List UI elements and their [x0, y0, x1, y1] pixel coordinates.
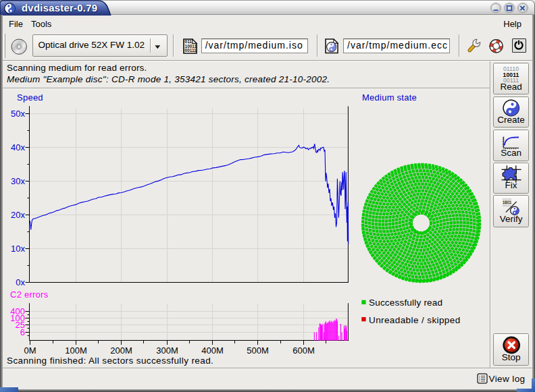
svg-text:100M: 100M: [65, 345, 87, 356]
svg-text:10x: 10x: [11, 244, 25, 254]
svg-text:30x: 30x: [11, 176, 25, 186]
svg-text:00111: 00111: [503, 204, 511, 207]
svg-text:400M: 400M: [201, 345, 224, 356]
svg-text:Successfully read: Successfully read: [369, 298, 442, 308]
svg-text:6: 6: [20, 327, 25, 337]
svg-text:300M: 300M: [156, 345, 178, 356]
svg-text:Speed: Speed: [17, 92, 43, 103]
svg-text:20x: 20x: [11, 210, 25, 220]
svg-text:Unreadable / skipped: Unreadable / skipped: [369, 315, 461, 325]
svg-text:500M: 500M: [247, 345, 269, 356]
svg-text:0M: 0M: [24, 345, 36, 356]
svg-text:200M: 200M: [110, 345, 132, 356]
svg-text:50x: 50x: [11, 109, 25, 119]
svg-text:Medium state: Medium state: [362, 92, 417, 103]
svg-text:600M: 600M: [292, 345, 315, 356]
svg-text:0x: 0x: [16, 277, 25, 287]
svg-text:40x: 40x: [11, 142, 25, 152]
svg-text:C2 errors: C2 errors: [10, 289, 49, 300]
